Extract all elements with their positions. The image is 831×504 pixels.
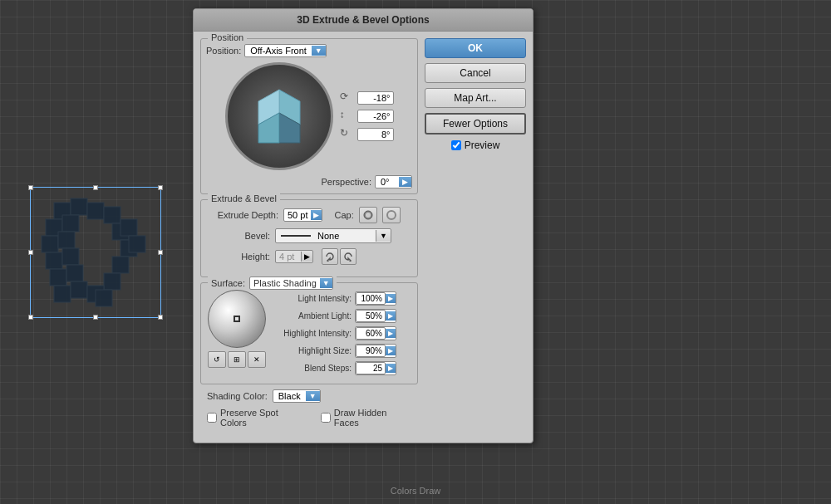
- bottom-bar: Colors Draw: [0, 486, 831, 496]
- map-art-button[interactable]: Map Art...: [425, 88, 526, 108]
- ambient-light-arrow[interactable]: ▶: [386, 311, 396, 321]
- rotate-btns: [322, 248, 356, 265]
- handle-mr[interactable]: [158, 250, 163, 255]
- handle-tm[interactable]: [93, 185, 98, 190]
- dialog-title: 3D Extrude & Bevel Options: [194, 9, 533, 32]
- light-intensity-label: Light Intensity:: [273, 294, 352, 303]
- bevel-dropdown[interactable]: None ▼: [275, 228, 391, 243]
- y-rotation-icon: ↕: [340, 109, 355, 124]
- cube-circle-preview: [225, 62, 333, 170]
- sphere-btn-3[interactable]: ✕: [248, 351, 266, 368]
- height-label: Height:: [208, 252, 270, 262]
- colors-draw-text: Colors Draw: [391, 486, 441, 496]
- height-field: 4 pt ▶: [275, 250, 313, 263]
- blend-steps-label: Blend Steps:: [273, 364, 352, 373]
- height-arrow: ▶: [301, 252, 312, 262]
- svg-point-27: [366, 213, 371, 218]
- sphere-preview-container: ↺ ⊞ ✕: [208, 290, 266, 377]
- sphere-btn-2[interactable]: ⊞: [228, 351, 246, 368]
- blend-steps-value: 25: [356, 362, 386, 374]
- sphere-controls: Light Intensity: 100% ▶ Ambient Light: 5…: [273, 290, 396, 377]
- cube-controls: ⟳ ↕ ↻: [340, 91, 394, 142]
- perspective-row: Perspective: 0° ▶: [206, 175, 412, 188]
- cap-btn-hollow[interactable]: [382, 207, 401, 223]
- position-preset-arrow[interactable]: ▼: [312, 46, 326, 56]
- highlight-intensity-field[interactable]: 60% ▶: [355, 326, 396, 340]
- cap-btn-filled[interactable]: [359, 207, 377, 223]
- handle-ml[interactable]: [28, 250, 33, 255]
- z-angle-input[interactable]: [357, 128, 394, 141]
- light-intensity-row: Light Intensity: 100% ▶: [273, 291, 396, 306]
- rotate-right-btn[interactable]: [340, 248, 356, 265]
- ambient-light-row: Ambient Light: 50% ▶: [273, 309, 396, 323]
- extrude-depth-arrow[interactable]: ▶: [311, 210, 322, 220]
- position-preset-value: Off-Axis Front: [245, 45, 312, 56]
- position-preset-dropdown[interactable]: Off-Axis Front ▼: [244, 44, 327, 57]
- sphere-btns: ↺ ⊞ ✕: [208, 351, 266, 368]
- canvas-area: [0, 0, 191, 504]
- extrude-depth-field[interactable]: 50 pt ▶: [283, 208, 322, 222]
- draw-hidden-faces-item: Draw Hidden Faces: [321, 408, 411, 428]
- draw-hidden-faces-checkbox[interactable]: [321, 413, 331, 423]
- perspective-arrow[interactable]: ▶: [399, 177, 411, 187]
- height-row: Height: 4 pt ▶: [208, 248, 411, 265]
- surface-type-dropdown[interactable]: Plastic Shading ▼: [249, 276, 333, 290]
- shading-arrow[interactable]: ▼: [306, 391, 320, 401]
- highlight-intensity-arrow[interactable]: ▶: [386, 329, 396, 338]
- extrude-depth-row: Extrude Depth: 50 pt ▶ Cap:: [208, 207, 411, 223]
- position-preset-label: Position:: [206, 46, 241, 56]
- highlight-intensity-label: Highlight Intensity:: [273, 329, 352, 338]
- ambient-light-field[interactable]: 50% ▶: [355, 309, 396, 323]
- surface-section: Surface: Plastic Shading ▼ ↺ ⊞: [200, 282, 418, 384]
- bevel-value: None: [316, 229, 376, 242]
- preview-checkbox[interactable]: [451, 140, 461, 150]
- handle-bl[interactable]: [28, 315, 33, 320]
- preview-row: Preview: [425, 139, 526, 151]
- height-value: 4 pt: [276, 251, 301, 262]
- bevel-row: Bevel: None ▼: [208, 228, 411, 243]
- perspective-dropdown[interactable]: 0° ▶: [375, 175, 412, 188]
- z-angle-row: ↻: [340, 127, 394, 142]
- light-intensity-field[interactable]: 100% ▶: [355, 291, 396, 306]
- highlight-size-field[interactable]: 90% ▶: [355, 344, 396, 358]
- dialog: 3D Extrude & Bevel Options Position Posi…: [193, 8, 534, 443]
- shading-value: Black: [273, 390, 306, 402]
- sphere-preview: [208, 290, 266, 348]
- surface-type-arrow[interactable]: ▼: [320, 278, 332, 288]
- shading-dropdown[interactable]: Black ▼: [273, 389, 321, 403]
- rotate-left-btn[interactable]: [322, 248, 338, 265]
- shading-row: Shading Color: Black ▼: [207, 389, 411, 403]
- ambient-light-label: Ambient Light:: [273, 311, 352, 321]
- surface-type-value: Plastic Shading: [250, 277, 320, 289]
- handle-bm[interactable]: [93, 315, 98, 320]
- surface-legend-text: Surface:: [211, 278, 245, 288]
- x-angle-input[interactable]: [357, 91, 394, 105]
- highlight-intensity-value: 60%: [356, 327, 386, 340]
- selection-box: [30, 187, 161, 318]
- light-intensity-arrow[interactable]: ▶: [386, 294, 396, 303]
- bevel-label: Bevel:: [208, 231, 270, 241]
- checkboxes-row: Preserve Spot Colors Draw Hidden Faces: [207, 408, 411, 428]
- handle-br[interactable]: [158, 315, 163, 320]
- highlight-size-arrow[interactable]: ▶: [386, 346, 396, 355]
- sphere-btn-1[interactable]: ↺: [208, 351, 226, 368]
- preserve-spot-colors-checkbox[interactable]: [207, 413, 217, 423]
- y-angle-input[interactable]: [357, 110, 394, 123]
- handle-tr[interactable]: [158, 185, 163, 190]
- extrude-depth-value: 50 pt: [284, 209, 311, 221]
- ok-button[interactable]: OK: [425, 38, 526, 58]
- blend-steps-field[interactable]: 25 ▶: [355, 361, 396, 375]
- bevel-arrow[interactable]: ▼: [376, 230, 391, 242]
- blend-steps-row: Blend Steps: 25 ▶: [273, 361, 396, 375]
- blend-steps-arrow[interactable]: ▶: [386, 364, 396, 373]
- preserve-spot-colors-item: Preserve Spot Colors: [207, 408, 304, 428]
- cancel-button[interactable]: Cancel: [425, 63, 526, 83]
- highlight-size-value: 90%: [356, 345, 386, 357]
- cube-svg: [246, 83, 312, 149]
- position-legend: Position: [208, 32, 247, 42]
- sphere-dot: [234, 316, 240, 322]
- left-panel: Position Position: Off-Axis Front ▼: [200, 38, 418, 428]
- handle-tl[interactable]: [28, 185, 33, 190]
- position-section: Position Position: Off-Axis Front ▼: [200, 38, 418, 194]
- fewer-options-button[interactable]: Fewer Options: [425, 113, 526, 135]
